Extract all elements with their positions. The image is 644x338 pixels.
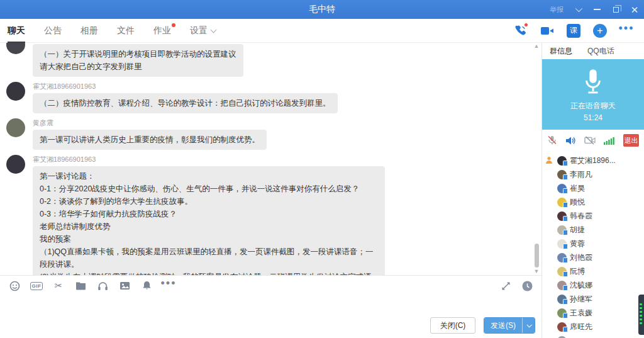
member-row[interactable]: 霍艾湘1896... (542, 154, 644, 167)
member-name: 胡捷 (570, 225, 585, 235)
sender-name: 黄彦震 (33, 118, 267, 128)
member-avatar (557, 184, 567, 193)
sender-name: 霍艾湘18966901963 (33, 82, 338, 91)
member-name: 李雨凡 (570, 169, 592, 180)
member-avatar (557, 156, 567, 166)
group-sidebar: 群信息QQ电话 正在语音聊天 51:24 退出 霍艾湘1896... 李雨凡 崔… (541, 43, 644, 338)
nav-tab-公告[interactable]: 公告 (44, 19, 62, 43)
gif-icon[interactable]: GIF (31, 280, 42, 291)
audio-headset-icon[interactable] (97, 280, 108, 291)
mic-muted-icon[interactable] (547, 135, 557, 146)
scroll-up-icon[interactable]: ▲ (533, 43, 540, 48)
chat-scrollbar[interactable] (535, 244, 539, 268)
message-input[interactable] (0, 296, 541, 317)
nav-tab-聊天[interactable]: 聊天 (8, 19, 25, 43)
video-call-icon[interactable] (540, 23, 555, 38)
composer-more-icon[interactable]: ••• (163, 280, 174, 291)
voice-controls: 退出 (542, 130, 644, 151)
member-avatar (557, 322, 567, 332)
avatar[interactable] (6, 118, 25, 137)
sidebar-tabs: 群信息QQ电话 (542, 43, 644, 59)
message-bubble: 第一课可以讲讲人类历史上重要的疫情，彰显我们的制度优势。 (33, 130, 267, 150)
member-avatar (557, 253, 567, 262)
screenshot-icon[interactable]: ✂ (53, 280, 64, 291)
member-name: 席旺先 (570, 322, 592, 332)
signal-strength-icon (604, 135, 615, 146)
member-row[interactable]: 韩春霞 (542, 209, 644, 223)
sidebar-tab-群信息[interactable]: 群信息 (545, 43, 577, 59)
member-avatar (557, 295, 567, 304)
member-name: 沈毓娜 (570, 280, 592, 291)
member-row[interactable]: 席旺先 (542, 320, 644, 334)
close-button[interactable]: 关闭(C) (430, 317, 475, 334)
report-menu[interactable]: 举报 (550, 5, 564, 14)
minimize-button[interactable] (592, 5, 601, 14)
nav-tabs: 聊天 公告 相册 文件 作业 设置 (8, 19, 216, 43)
chat-panel: ▲ ▼ （一）关于开课说明里的考核项目即教学活动的设置建议 请大家把自己的文字发… (0, 43, 541, 338)
nav-tab-相册[interactable]: 相册 (80, 19, 98, 43)
member-avatar (557, 198, 567, 207)
more-icon[interactable]: ••• (619, 23, 634, 38)
scroll-down-icon[interactable]: ▼ (533, 269, 540, 274)
chat-message: 霍艾湘18966901963 （二）疫情防控教育、课程介绍、导论的教学设计：把自… (6, 82, 526, 113)
chevron-down-icon[interactable] (574, 5, 582, 14)
avatar[interactable] (6, 82, 25, 101)
sender-name: 霍艾湘18966901963 (33, 155, 385, 164)
member-avatar (557, 239, 567, 249)
bell-icon[interactable] (141, 280, 152, 291)
maximize-button[interactable] (611, 5, 620, 14)
member-name: 霍艾湘1896... (570, 155, 616, 166)
member-row[interactable]: 崔昊 (542, 181, 644, 195)
image-icon[interactable] (119, 280, 130, 291)
edge-vertical-tab[interactable] (638, 295, 644, 335)
member-name: 刘艳霞 (570, 252, 592, 263)
sidebar-tab-QQ电话[interactable]: QQ电话 (582, 43, 619, 59)
add-icon[interactable]: + (592, 23, 608, 38)
close-window-button[interactable]: ✕ (630, 5, 639, 14)
history-clock-icon[interactable] (521, 280, 533, 291)
expand-icon[interactable] (500, 280, 511, 291)
exit-voice-button[interactable]: 退出 (623, 134, 639, 147)
member-row[interactable]: 沈毓娜 (542, 278, 644, 292)
red-dot-badge (172, 23, 175, 27)
member-row[interactable]: 黄蓉 (542, 237, 644, 251)
send-button[interactable]: 发送(S) (484, 317, 535, 334)
member-row[interactable]: 刘艳霞 (542, 251, 644, 264)
file-folder-icon[interactable] (75, 280, 86, 291)
avatar[interactable] (6, 43, 25, 54)
send-options-caret[interactable] (522, 318, 535, 333)
emoji-icon[interactable] (9, 280, 20, 291)
member-avatar (557, 225, 567, 235)
member-row[interactable]: 胡捷 (542, 223, 644, 237)
member-avatar (557, 170, 567, 179)
member-row[interactable]: 阮博 (542, 264, 644, 278)
avatar[interactable] (6, 155, 25, 174)
member-avatar (557, 281, 567, 290)
member-name: 韩春霞 (570, 211, 592, 222)
member-row[interactable] (542, 334, 644, 338)
message-bubble: （二）疫情防控教育、课程介绍、导论的教学设计：把自己拟订的讨论题发到群里。 (33, 93, 338, 113)
nav-tab-设置[interactable]: 设置 (190, 19, 216, 43)
footer-buttons: 关闭(C) 发送(S) (0, 317, 541, 338)
member-name: 孙继军 (570, 294, 592, 305)
nav-tab-文件[interactable]: 文件 (117, 19, 135, 43)
message-list: ▲ ▼ （一）关于开课说明里的考核项目即教学活动的设置建议 请大家把自己的文字发… (0, 43, 541, 275)
member-row[interactable]: 李雨凡 (542, 167, 644, 181)
voice-call-icon[interactable] (513, 23, 528, 38)
member-name: 王袁媛 (570, 308, 592, 318)
member-row[interactable]: 孙继军 (542, 292, 644, 306)
member-name: 阮博 (570, 266, 585, 277)
nav-tab-作业[interactable]: 作业 (153, 19, 171, 43)
member-row[interactable]: 顾悦 (542, 195, 644, 209)
speaker-icon[interactable] (565, 135, 576, 146)
class-icon[interactable]: 课 (566, 23, 581, 38)
microphone-icon (582, 67, 604, 96)
title-bar: 毛中特 举报 ✕ (0, 0, 644, 19)
member-avatar (557, 336, 567, 338)
message-bubble: （一）关于开课说明里的考核项目即教学活动的设置建议 请大家把自己的文字发到群里 (33, 44, 243, 77)
member-name: 黄蓉 (570, 239, 585, 249)
message-bubble: 第一课讨论题： 0-1：分享2020战疫史中让你感动、伤心、生气的一件事，并说一… (33, 166, 385, 275)
camera-off-icon[interactable] (584, 135, 596, 146)
member-row[interactable]: 王袁媛 (542, 306, 644, 320)
chat-message: 黄彦震 第一课可以讲讲人类历史上重要的疫情，彰显我们的制度优势。 (6, 118, 526, 150)
